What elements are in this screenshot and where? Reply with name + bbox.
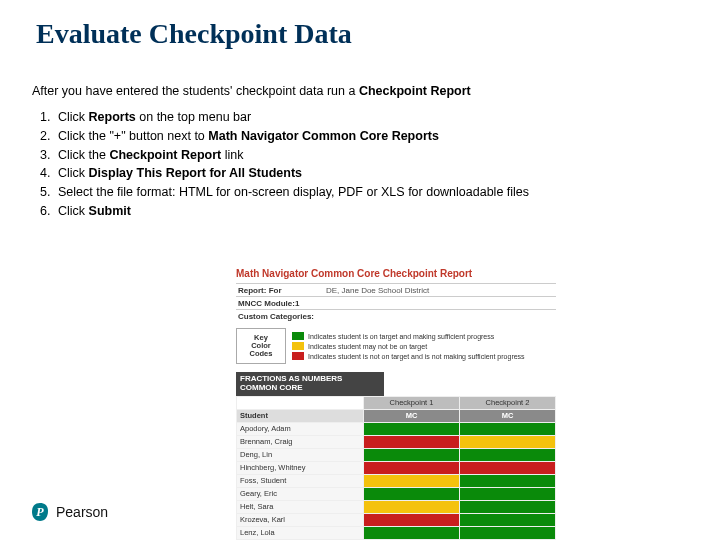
- step-1: Click Reports on the top menu bar: [54, 108, 720, 127]
- student-name: Apodory, Adam: [237, 422, 364, 435]
- checkpoint-cell: [460, 448, 556, 461]
- student-name: Brennam, Craig: [237, 435, 364, 448]
- page-title: Evaluate Checkpoint Data: [0, 0, 720, 50]
- col-student: Student: [237, 409, 364, 422]
- table-row: Brennam, Craig: [237, 435, 556, 448]
- step-4: Click Display This Report for All Studen…: [54, 164, 720, 183]
- checkpoint-table: Checkpoint 1 Checkpoint 2 Student MC MC …: [236, 396, 556, 540]
- intro-bold: Checkpoint Report: [359, 84, 471, 98]
- checkpoint-cell: [364, 513, 460, 526]
- checkpoint-cell: [364, 526, 460, 539]
- checkpoint-cell: [460, 500, 556, 513]
- col-blank: [237, 396, 364, 409]
- step-2: Click the "+" button next to Math Naviga…: [54, 127, 720, 146]
- meta-row-categories: Custom Categories:: [236, 309, 556, 322]
- checkpoint-cell: [460, 487, 556, 500]
- legend-green-text: Indicates student is on target and makin…: [308, 333, 494, 340]
- step-3-post: link: [221, 148, 243, 162]
- step-5: Select the file format: HTML for on-scre…: [54, 183, 720, 202]
- step-2-bold: Math Navigator Common Core Reports: [208, 129, 439, 143]
- meta-categories-value: [324, 315, 328, 317]
- student-name: Krozeva, Karl: [237, 513, 364, 526]
- col-checkpoint-1: Checkpoint 1: [364, 396, 460, 409]
- student-name: Deng, Lin: [237, 448, 364, 461]
- meta-module-value: [324, 302, 328, 304]
- legend-yellow-text: Indicates student may not be on target: [308, 343, 427, 350]
- legend-yellow: Indicates student may not be on target: [292, 342, 525, 350]
- meta-for-value: DE, Jane Doe School District: [324, 285, 431, 296]
- checkpoint-cell: [460, 526, 556, 539]
- table-row: Geary, Eric: [237, 487, 556, 500]
- student-name: Lenz, Lola: [237, 526, 364, 539]
- steps-list: Click Reports on the top menu bar Click …: [32, 108, 720, 221]
- legend-red-text: Indicates student is not on target and i…: [308, 353, 525, 360]
- checkpoint-report-preview: Math Navigator Common Core Checkpoint Re…: [236, 268, 556, 540]
- legend-green: Indicates student is on target and makin…: [292, 332, 525, 340]
- table-row: Lenz, Lola: [237, 526, 556, 539]
- checkpoint-cell: [364, 487, 460, 500]
- table-row: Foss, Student: [237, 474, 556, 487]
- student-name: Foss, Student: [237, 474, 364, 487]
- meta-row-module: MNCC Module:1: [236, 296, 556, 309]
- step-1-bold: Reports: [89, 110, 136, 124]
- checkpoint-cell: [460, 461, 556, 474]
- key-legend: Indicates student is on target and makin…: [292, 328, 525, 364]
- checkpoint-cell: [364, 448, 460, 461]
- col-mc-2: MC: [460, 409, 556, 422]
- svg-text:P: P: [36, 505, 44, 519]
- report-title: Math Navigator Common Core Checkpoint Re…: [236, 268, 556, 279]
- student-name: Geary, Eric: [237, 487, 364, 500]
- footer-logo: P Pearson: [30, 502, 108, 522]
- key-label-box: Key Color Codes: [236, 328, 286, 364]
- table-row: Apodory, Adam: [237, 422, 556, 435]
- checkpoint-cell: [460, 435, 556, 448]
- step-4-bold: Display This Report for All Students: [89, 166, 302, 180]
- table-body: Apodory, AdamBrennam, CraigDeng, LinHinc…: [237, 422, 556, 540]
- checkpoint-cell: [364, 435, 460, 448]
- checkpoint-cell: [460, 474, 556, 487]
- key-block: Key Color Codes Indicates student is on …: [236, 328, 556, 364]
- meta-row-for: Report: For DE, Jane Doe School District: [236, 283, 556, 296]
- col-checkpoint-2: Checkpoint 2: [460, 396, 556, 409]
- swatch-red: [292, 352, 304, 360]
- table-row: Krozeva, Karl: [237, 513, 556, 526]
- checkpoint-cell: [460, 422, 556, 435]
- checkpoint-cell: [460, 513, 556, 526]
- intro-prefix: After you have entered the students' che…: [32, 84, 359, 98]
- table-header-row-2: Student MC MC: [237, 409, 556, 422]
- pearson-logo-icon: P: [30, 502, 50, 522]
- swatch-yellow: [292, 342, 304, 350]
- intro-text: After you have entered the students' che…: [0, 50, 720, 98]
- checkpoint-cell: [364, 461, 460, 474]
- student-name: Helt, Sara: [237, 500, 364, 513]
- step-3-bold: Checkpoint Report: [109, 148, 221, 162]
- step-6-bold: Submit: [89, 204, 131, 218]
- student-name: Hinchberg, Whitney: [237, 461, 364, 474]
- meta-categories-label: Custom Categories:: [236, 311, 324, 322]
- checkpoint-cell: [364, 474, 460, 487]
- table-row: Deng, Lin: [237, 448, 556, 461]
- checkpoint-cell: [364, 500, 460, 513]
- col-mc-1: MC: [364, 409, 460, 422]
- key-word-3: Codes: [237, 350, 285, 358]
- step-6-pre: Click: [58, 204, 89, 218]
- step-3: Click the Checkpoint Report link: [54, 146, 720, 165]
- step-6: Click Submit: [54, 202, 720, 221]
- pearson-logo-text: Pearson: [56, 504, 108, 520]
- swatch-green: [292, 332, 304, 340]
- checkpoint-cell: [364, 422, 460, 435]
- section-heading: FRACTIONS AS NUMBERS COMMON CORE: [236, 372, 384, 396]
- table-row: Helt, Sara: [237, 500, 556, 513]
- step-1-pre: Click: [58, 110, 89, 124]
- table-header-row-1: Checkpoint 1 Checkpoint 2: [237, 396, 556, 409]
- step-1-post: on the top menu bar: [136, 110, 251, 124]
- table-row: Hinchberg, Whitney: [237, 461, 556, 474]
- meta-for-label: Report: For: [236, 285, 324, 296]
- step-3-pre: Click the: [58, 148, 109, 162]
- step-4-pre: Click: [58, 166, 89, 180]
- step-2-pre: Click the "+" button next to: [58, 129, 208, 143]
- meta-module-label: MNCC Module:1: [236, 298, 324, 309]
- slide: Evaluate Checkpoint Data After you have …: [0, 0, 720, 540]
- legend-red: Indicates student is not on target and i…: [292, 352, 525, 360]
